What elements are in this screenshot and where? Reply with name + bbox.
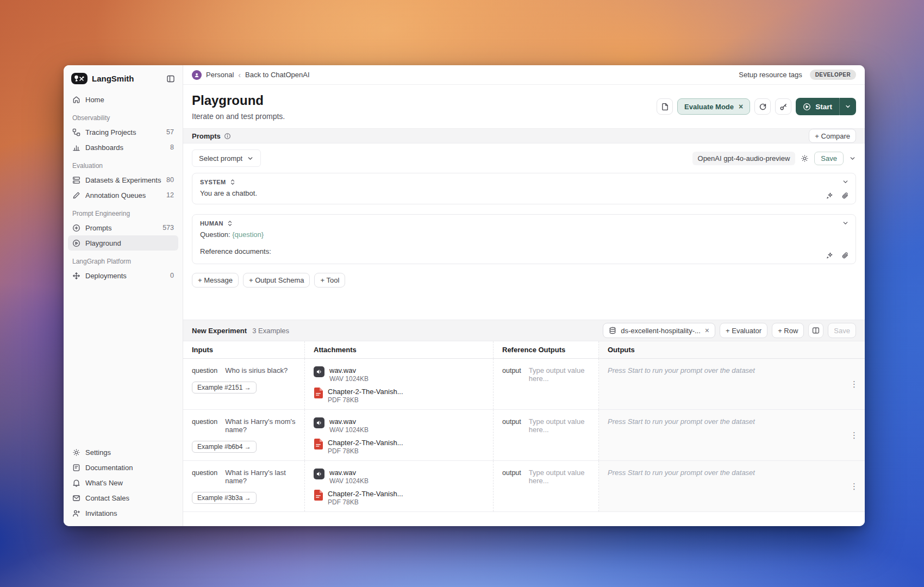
topbar: Personal ‹ Back to ChatOpenAI Setup reso… xyxy=(183,65,865,85)
reference-output-input[interactable]: Type output value here... xyxy=(529,469,590,485)
row-overflow-menu-icon[interactable]: ⋮ xyxy=(850,380,858,388)
header-actions: Evaluate Mode × Start xyxy=(657,98,856,115)
prompts-title-label: Prompts xyxy=(192,132,221,140)
compare-button[interactable]: + Compare xyxy=(809,129,856,143)
save-prompt-button[interactable]: Save xyxy=(814,152,844,165)
row-overflow-menu-icon[interactable]: ⋮ xyxy=(850,483,858,490)
sidebar-item-tracing-projects[interactable]: Tracing Projects 57 xyxy=(68,124,178,140)
paperclip-icon[interactable] xyxy=(841,192,849,199)
add-tool-button[interactable]: + Tool xyxy=(314,273,345,288)
model-row-chevron-icon[interactable] xyxy=(849,155,856,162)
sidebar-item-label: What's New xyxy=(85,479,174,487)
count-badge: 573 xyxy=(163,224,174,232)
add-message-button[interactable]: + Message xyxy=(192,273,239,288)
example-link[interactable]: Example #3b3a → xyxy=(192,492,257,504)
reference-key-value: output Type output value here... xyxy=(502,417,590,434)
reference-key-value: output Type output value here... xyxy=(502,366,590,383)
add-output-schema-button[interactable]: + Output Schema xyxy=(243,273,310,288)
attachment-pdf[interactable]: Chapter-2-The-Vanish... PDF 78KB xyxy=(314,490,484,506)
refresh-button[interactable] xyxy=(754,98,771,115)
start-button-main[interactable]: Start xyxy=(796,98,839,115)
column-header-reference-outputs: Reference Outputs xyxy=(494,341,599,358)
dataset-pill[interactable]: ds-excellent-hospitality-... × xyxy=(603,323,715,338)
evaluate-mode-close-icon[interactable]: × xyxy=(739,102,743,111)
attachment-name: Chapter-2-The-Vanish... xyxy=(328,388,403,396)
prompts-section-bar: Prompts + Compare xyxy=(183,128,865,143)
sidebar-item-dashboards[interactable]: Dashboards 8 xyxy=(68,140,178,155)
save-experiment-button[interactable]: Save xyxy=(828,323,856,338)
evaluate-mode-pill[interactable]: Evaluate Mode × xyxy=(677,98,750,115)
collapse-chevron-icon[interactable] xyxy=(842,220,849,227)
reference-output-input[interactable]: Type output value here... xyxy=(529,366,590,383)
api-key-button[interactable] xyxy=(775,98,791,115)
sidebar-item-documentation[interactable]: Documentation xyxy=(68,460,178,475)
row-overflow-menu-icon[interactable]: ⋮ xyxy=(850,432,858,439)
paperclip-icon[interactable] xyxy=(841,252,849,259)
example-link[interactable]: Example #b6b4 → xyxy=(192,441,257,453)
attachment-audio[interactable]: wav.wav WAV 1024KB xyxy=(314,469,484,485)
breadcrumb-workspace[interactable]: Personal xyxy=(206,71,234,79)
sidebar: LangSmith Home Observability Tracing Pro… xyxy=(64,65,183,526)
reference-output-input[interactable]: Type output value here... xyxy=(529,417,590,434)
sidebar-section-prompt-engineering: Prompt Engineering xyxy=(68,203,178,220)
sidebar-item-label: Invitations xyxy=(85,509,174,517)
sidebar-item-home[interactable]: Home xyxy=(68,92,178,107)
dataset-remove-icon[interactable]: × xyxy=(705,326,709,335)
attachment-meta: PDF 78KB xyxy=(328,447,403,455)
sidebar-collapse-icon[interactable] xyxy=(166,74,175,83)
sidebar-item-contact-sales[interactable]: Contact Sales xyxy=(68,490,178,505)
sidebar-item-settings[interactable]: Settings xyxy=(68,445,178,460)
wand-icon[interactable] xyxy=(826,192,834,199)
input-value: Who is sirius black? xyxy=(225,366,288,374)
reorder-updown-icon[interactable] xyxy=(227,220,233,227)
deployments-icon xyxy=(72,272,80,280)
columns-button[interactable] xyxy=(808,323,823,338)
breadcrumb: Personal ‹ Back to ChatOpenAI xyxy=(192,70,310,80)
experiment-bar-left: New Experiment 3 Examples xyxy=(192,327,289,335)
reference-outputs-cell: output Type output value here... xyxy=(494,359,599,409)
outputs-cell: Press Start to run your prompt over the … xyxy=(599,461,865,511)
attachment-name: wav.wav xyxy=(329,417,369,426)
start-button[interactable]: Start xyxy=(796,98,856,115)
human-message-header: HUMAN xyxy=(200,220,848,227)
setup-resource-tags-link[interactable]: Setup resource tags xyxy=(739,71,802,79)
system-message-text[interactable]: You are a chatbot. xyxy=(200,189,848,197)
human-message-reference[interactable]: Reference documents: xyxy=(200,247,848,255)
attachment-pdf[interactable]: Chapter-2-The-Vanish... PDF 78KB xyxy=(314,388,484,404)
pencil-icon xyxy=(72,191,80,199)
column-header-outputs: Outputs xyxy=(599,341,865,358)
human-message-question[interactable]: Question: {question} xyxy=(200,230,848,239)
sidebar-item-invitations[interactable]: Invitations xyxy=(68,505,178,521)
add-evaluator-button[interactable]: + Evaluator xyxy=(720,323,767,338)
sidebar-item-deployments[interactable]: Deployments 0 xyxy=(68,268,178,283)
sidebar-item-annotation-queues[interactable]: Annotation Queues 12 xyxy=(68,188,178,203)
sidebar-item-whats-new[interactable]: What's New xyxy=(68,475,178,490)
reference-key: output xyxy=(502,367,521,374)
sidebar-item-datasets-experiments[interactable]: Datasets & Experiments 80 xyxy=(68,172,178,188)
add-row-button[interactable]: + Row xyxy=(772,323,804,338)
attachment-audio[interactable]: wav.wav WAV 1024KB xyxy=(314,417,484,434)
collapse-chevron-icon[interactable] xyxy=(842,178,849,185)
input-key-value: question Who is sirius black? xyxy=(192,366,296,374)
notes-button[interactable] xyxy=(657,98,673,115)
sidebar-item-prompts[interactable]: Prompts 573 xyxy=(68,220,178,235)
info-icon[interactable] xyxy=(224,133,231,140)
play-circle-icon xyxy=(72,239,80,247)
table-header-row: Inputs Attachments Reference Outputs Out… xyxy=(183,341,865,359)
model-name[interactable]: OpenAI gpt-4o-audio-preview xyxy=(692,152,796,165)
breadcrumb-back-link[interactable]: Back to ChatOpenAI xyxy=(245,71,310,79)
start-dropdown-caret[interactable] xyxy=(839,98,856,115)
reference-key: output xyxy=(502,469,521,477)
wand-icon[interactable] xyxy=(826,252,834,259)
reorder-updown-icon[interactable] xyxy=(230,179,235,185)
experiment-title: New Experiment xyxy=(192,327,247,335)
select-prompt-dropdown[interactable]: Select prompt xyxy=(192,149,261,167)
sidebar-item-playground[interactable]: Playground xyxy=(68,235,178,251)
attachment-audio[interactable]: wav.wav WAV 1024KB xyxy=(314,366,484,383)
model-settings-gear-icon[interactable] xyxy=(801,154,809,163)
pdf-file-icon xyxy=(314,388,323,398)
example-link[interactable]: Example #2151 → xyxy=(192,382,257,394)
attachment-pdf[interactable]: Chapter-2-The-Vanish... PDF 78KB xyxy=(314,439,484,455)
workspace-avatar[interactable] xyxy=(192,70,202,80)
inputs-cell: question What is Harry's last name? Exam… xyxy=(183,461,305,511)
